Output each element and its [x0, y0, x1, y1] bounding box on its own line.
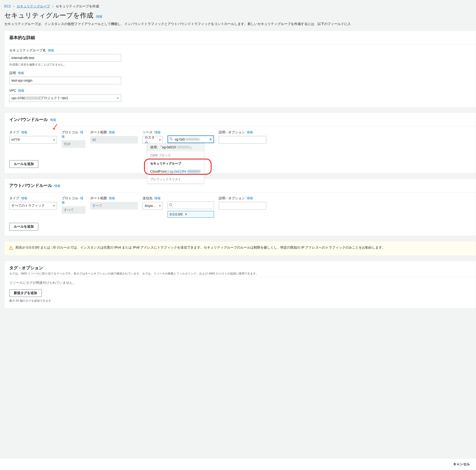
source-search-input[interactable]: sg-0a5 ✕	[168, 136, 214, 143]
sg-desc-label-text: 説明	[9, 71, 16, 75]
inbound-header: インバウンドルール 情報	[4, 113, 476, 126]
breadcrumb: EC2 › セキュリティグループ › セキュリティグループを作成	[4, 4, 476, 9]
inbound-header-text: インバウンドルール	[9, 117, 48, 122]
port-label: ポート範囲 情報	[90, 130, 138, 135]
dropdown-prefix-label: プレフィックスリスト	[147, 175, 204, 183]
protocol-field: TCP	[62, 140, 85, 148]
destination-label: 送信先 情報	[143, 196, 163, 200]
info-link[interactable]: 情報	[54, 184, 60, 188]
protocol-label-text: プロトコル	[62, 196, 78, 200]
svg-point-0	[170, 138, 172, 140]
tags-empty-text: リソースにタグが関連付けられていません。	[9, 281, 471, 285]
add-inbound-rule-button[interactable]: ルールを追加	[9, 160, 38, 168]
rule-desc-label: 説明 - オプション 情報	[219, 196, 266, 200]
info-link[interactable]: 情報	[48, 49, 54, 52]
info-link[interactable]: 情報	[96, 15, 102, 18]
type-select[interactable]: すべてのトラフィック	[9, 202, 57, 209]
svg-point-2	[170, 204, 171, 206]
source-search-text: sg-0a5	[175, 137, 185, 141]
cidr-chip-text: 0.0.0.0/0	[170, 212, 183, 216]
type-label: タイプ 情報	[9, 130, 57, 135]
type-label-text: タイプ	[9, 130, 19, 134]
info-link[interactable]: 情報	[18, 89, 24, 92]
sg-name-label-text: セキュリティグループ名	[9, 48, 46, 52]
warning-text: 宛先が 0.0.0.0/0 または ::/0 のルールでは、インスタンスは任意の…	[16, 245, 385, 252]
rule-desc-label-text: 説明 - オプション	[219, 196, 245, 200]
svg-line-1	[171, 139, 172, 140]
close-icon[interactable]: ✕	[209, 137, 212, 142]
dropdown-cidr-label: CIDR ブロック	[147, 151, 204, 159]
sg-desc-input[interactable]	[9, 77, 121, 84]
type-label: タイプ 情報	[9, 196, 57, 200]
port-field: すべて	[90, 202, 138, 209]
cidr-chip[interactable]: 0.0.0.0/0 ✕	[168, 211, 214, 218]
info-link[interactable]: 情報	[154, 196, 161, 200]
type-value: HTTP	[11, 138, 20, 142]
info-link[interactable]: 情報	[18, 71, 24, 75]
vpc-value-prefix: vpc-0780	[11, 96, 25, 100]
add-outbound-rule-button[interactable]: ルールを追加	[9, 223, 38, 230]
outbound-panel: アウトバウンドルール 情報 タイプ 情報 すべてのトラフィック プロトコル	[4, 179, 476, 236]
rule-desc-input[interactable]	[219, 136, 266, 144]
rule-desc-label-text: 説明 - オプション	[219, 130, 245, 134]
protocol-label-text: プロトコル	[62, 130, 78, 134]
search-icon	[170, 137, 173, 141]
svg-point-5	[11, 249, 11, 249]
outbound-header-text: アウトバウンドルール	[9, 183, 52, 188]
type-value: すべてのトラフィック	[11, 204, 45, 208]
dropdown-used-suffix: 」	[190, 145, 193, 149]
info-link[interactable]: 情報	[247, 130, 253, 134]
redacted-text	[177, 146, 190, 148]
destination-label-text: 送信先	[143, 196, 153, 200]
add-tag-button[interactable]: 新規タグを追加	[9, 289, 42, 297]
source-value: カスタム	[145, 136, 157, 144]
breadcrumb-ec2[interactable]: EC2	[4, 4, 11, 8]
rule-desc-input[interactable]	[219, 202, 266, 209]
warning-icon	[9, 245, 13, 252]
basic-details-header: 基本的な詳細	[4, 31, 476, 45]
inbound-panel: インバウンドルール 情報 タイプ 情報 HTTP	[4, 113, 476, 173]
info-link[interactable]: 情報	[247, 196, 253, 200]
dropdown-sg-id: sg-0a515f4	[170, 170, 186, 173]
sg-name-help: 作成後に名前を編集することはできません。	[9, 63, 471, 67]
vpc-select[interactable]: vpc-0780 (プロジェクト-vpc)	[9, 94, 121, 102]
dropdown-used-row: 使用: 「sg-0a515 」	[147, 143, 204, 151]
info-link[interactable]: 情報	[154, 130, 161, 134]
source-search-label	[168, 130, 214, 134]
page-description: セキュリティグループは、インスタンスの仮想ファイアウォールとして機能し、インバウ…	[4, 21, 476, 26]
breadcrumb-sg[interactable]: セキュリティグループ	[17, 4, 50, 8]
svg-line-3	[171, 206, 172, 207]
info-link[interactable]: 情報	[21, 196, 27, 200]
info-link[interactable]: 情報	[109, 196, 115, 200]
port-label: ポート範囲 情報	[90, 196, 138, 200]
destination-select[interactable]: Anywhere-...	[143, 202, 163, 209]
source-dropdown: 使用: 「sg-0a515 」 CIDR ブロック セキュリティグループ Clo…	[147, 143, 204, 184]
tags-limit-text: 最大 50 個のタグを追加できます	[9, 299, 471, 303]
tags-header-text: タグ - オプション	[9, 265, 43, 270]
source-label: ソース 情報	[143, 130, 163, 135]
dropdown-used-text: 使用: 「sg-0a515	[150, 145, 176, 149]
close-icon[interactable]: ✕	[185, 212, 187, 216]
protocol-field: すべて	[62, 206, 85, 214]
chevron-right-icon: ›	[13, 4, 14, 8]
info-link[interactable]: 情報	[21, 130, 27, 134]
protocol-label: プロトコル 情報	[62, 130, 85, 139]
tags-subtitle: タグは、AWS リソースに割り当てるラベルです。各タグはキーとオプションの値で構…	[9, 272, 471, 276]
source-select[interactable]: カスタム	[143, 136, 163, 144]
tags-panel: タグ - オプション タグは、AWS リソースに割り当てるラベルです。各タグはキ…	[4, 261, 476, 308]
page-title: セキュリティグループを作成 情報	[4, 11, 476, 20]
info-link[interactable]: 情報	[50, 118, 56, 122]
rule-desc-label: 説明 - オプション 情報	[219, 130, 266, 135]
tags-header: タグ - オプション タグは、AWS リソースに割り当てるラベルです。各タグはキ…	[4, 261, 476, 277]
destination-search-input[interactable]	[168, 201, 214, 209]
sg-name-input[interactable]	[9, 54, 121, 62]
info-link[interactable]: 情報	[109, 130, 115, 134]
type-select[interactable]: HTTP	[9, 136, 57, 144]
type-label-text: タイプ	[9, 196, 19, 200]
dropdown-sg-item[interactable]: CloudFront | sg-0a515f4	[147, 168, 204, 175]
search-icon	[169, 203, 172, 207]
basic-details-panel: 基本的な詳細 セキュリティグループ名 情報 作成後に名前を編集することはできませ…	[4, 31, 476, 107]
redacted-text	[186, 138, 200, 140]
chevron-right-icon: ›	[52, 4, 53, 8]
dropdown-sg-label: セキュリティグループ	[147, 159, 204, 168]
